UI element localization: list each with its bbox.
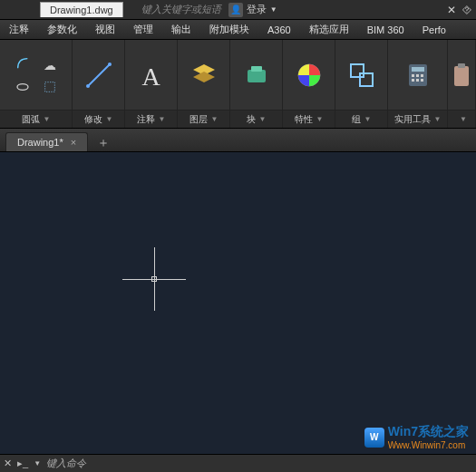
ribbon-panel-utilities: 实用工具▼ [388, 40, 448, 128]
svg-rect-12 [412, 74, 414, 77]
clipboard-icon[interactable] [447, 61, 476, 93]
panel-label[interactable]: ▼ [448, 110, 475, 128]
ribbon-panel-layers: 图层▼ [178, 40, 230, 128]
ribbon-tab[interactable]: 参数化 [38, 23, 86, 36]
ribbon-tab[interactable]: 输出 [162, 23, 200, 36]
panel-label[interactable]: 块▼ [230, 110, 282, 128]
ribbon-panel-block: 块▼ [230, 40, 283, 128]
svg-line-2 [88, 64, 110, 86]
panel-label[interactable]: 修改▼ [73, 110, 124, 128]
ribbon-panel-group: 组▼ [335, 40, 388, 128]
svg-rect-13 [416, 74, 419, 77]
modify-icon[interactable] [84, 61, 113, 93]
chevron-down-icon: ▼ [316, 115, 324, 123]
svg-rect-9 [360, 73, 373, 86]
block-icon[interactable] [242, 61, 271, 93]
new-tab-button[interactable]: ＋ [88, 135, 119, 151]
ribbon-tab[interactable]: Perfo [413, 24, 455, 35]
calculator-icon[interactable] [403, 61, 432, 93]
svg-rect-18 [454, 66, 469, 86]
ribbon-tab[interactable]: BIM 360 [358, 24, 413, 35]
cloud-icon[interactable]: ☁ [44, 58, 56, 72]
chevron-down-icon: ▼ [211, 115, 219, 123]
user-avatar-icon: 👤 [228, 3, 243, 17]
svg-rect-1 [44, 82, 54, 92]
chevron-down-icon: ▼ [434, 115, 442, 123]
document-tabs: Drawing1* × ＋ [0, 129, 476, 152]
svg-rect-11 [412, 67, 424, 72]
document-tab-active[interactable]: Drawing1* × [5, 132, 88, 151]
ellipse-icon[interactable] [15, 80, 30, 98]
dropdown-icon[interactable]: ▼ [34, 459, 41, 467]
ribbon-tabs: 注释 参数化 视图 管理 输出 附加模块 A360 精选应用 BIM 360 P… [0, 20, 476, 40]
chevron-down-icon: ▼ [259, 115, 267, 123]
svg-point-0 [17, 83, 28, 90]
layers-icon[interactable] [189, 61, 219, 93]
panel-label[interactable]: 组▼ [335, 110, 387, 128]
chevron-down-icon: ▼ [364, 115, 372, 123]
ribbon-tab[interactable]: A360 [258, 24, 300, 35]
ribbon-panel-extra: ▼ [448, 40, 476, 128]
filename-tab: Drawing1.dwg [40, 2, 123, 17]
text-icon[interactable]: A [141, 63, 160, 92]
ribbon-tab[interactable]: 管理 [124, 23, 162, 36]
login-label: 登录 [247, 3, 267, 16]
ribbon-tab[interactable]: 注释 [0, 23, 38, 36]
group-icon[interactable] [347, 61, 376, 93]
panel-label[interactable]: 特性▼ [283, 110, 335, 128]
svg-point-3 [86, 84, 90, 88]
command-prompt: 键入命令 [46, 457, 86, 470]
search-hint[interactable]: 键入关键字或短语 [141, 3, 221, 16]
color-wheel-icon[interactable] [295, 61, 324, 93]
history-icon[interactable]: ▸_ [17, 458, 28, 469]
panel-label[interactable]: 实用工具▼ [388, 110, 447, 128]
svg-rect-5 [248, 70, 266, 82]
exchange-icon[interactable]: ✕ [447, 4, 456, 16]
ribbon-panel-annotate: A 注释▼ [125, 40, 178, 128]
login-block[interactable]: 👤 登录 ▼ [228, 3, 277, 17]
select-rect-icon[interactable] [43, 80, 57, 98]
title-bar: Drawing1.dwg 键入关键字或短语 👤 登录 ▼ ✕ ⯑ [0, 0, 476, 20]
svg-point-4 [108, 63, 112, 66]
chevron-down-icon: ▼ [44, 115, 51, 123]
drawing-canvas[interactable]: 〰 SPL (SPLINE) ◧ SPLANE (SECTIONPLANE) ✎… [0, 152, 476, 460]
login-dropdown-icon: ▼ [270, 5, 277, 14]
svg-rect-6 [251, 66, 262, 72]
ribbon-panel-arc: ☁ 圆弧▼ [0, 40, 73, 128]
close-icon[interactable]: ✕ [4, 458, 12, 469]
ribbon-panel-modify: 修改▼ [73, 40, 125, 128]
command-line[interactable]: ✕ ▸_ ▼ 键入命令 [0, 454, 476, 472]
close-icon[interactable]: × [71, 137, 76, 148]
panel-label[interactable]: 图层▼ [178, 110, 229, 128]
ribbon-tab[interactable]: 视图 [86, 23, 124, 36]
svg-rect-14 [421, 74, 423, 77]
panel-label[interactable]: 圆弧▼ [0, 110, 72, 128]
document-tab-label: Drawing1* [17, 137, 63, 148]
svg-rect-17 [421, 79, 423, 82]
svg-rect-19 [458, 63, 465, 68]
ribbon-tab[interactable]: 精选应用 [300, 23, 358, 36]
svg-rect-15 [412, 79, 414, 82]
ribbon: ☁ 圆弧▼ 修改▼ A 注释▼ 图层▼ 块▼ 特性▼ 组▼ 实用工具▼ ▼ [0, 40, 476, 129]
panel-label[interactable]: 注释▼ [125, 110, 177, 128]
arc-icon[interactable] [15, 56, 30, 74]
ribbon-panel-properties: 特性▼ [283, 40, 335, 128]
chevron-down-icon: ▼ [106, 115, 113, 123]
help-icon[interactable]: ⯑ [461, 4, 472, 16]
chevron-down-icon: ▼ [159, 115, 166, 123]
ribbon-tab[interactable]: 附加模块 [200, 23, 258, 36]
chevron-down-icon: ▼ [460, 115, 467, 123]
svg-rect-8 [351, 64, 364, 77]
svg-rect-16 [416, 79, 419, 82]
